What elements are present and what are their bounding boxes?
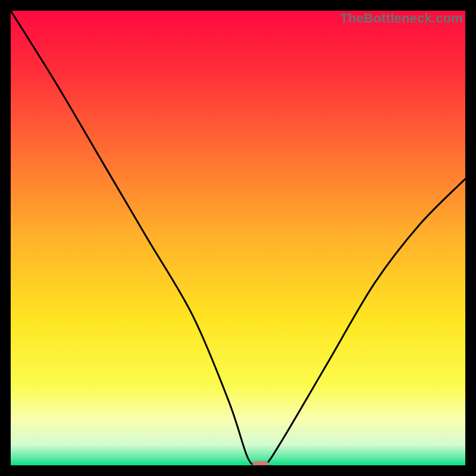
chart-frame: TheBottleneck.com xyxy=(11,11,465,465)
minimum-marker xyxy=(252,461,269,465)
gradient-background xyxy=(11,11,465,465)
bottleneck-chart xyxy=(11,11,465,465)
watermark-label: TheBottleneck.com xyxy=(340,11,463,26)
